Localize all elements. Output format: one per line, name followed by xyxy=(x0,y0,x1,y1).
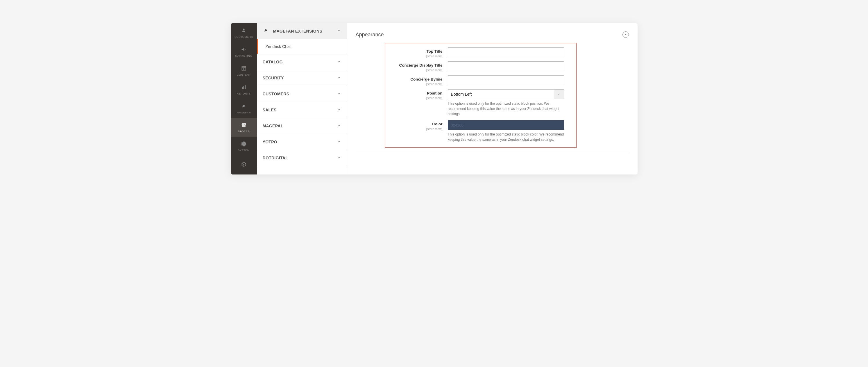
layout-icon xyxy=(241,65,247,72)
megaphone-icon xyxy=(241,46,247,53)
chevron-down-icon xyxy=(337,108,341,113)
panel-group-label: DOTDIGITAL xyxy=(263,156,337,160)
user-icon xyxy=(241,27,247,34)
section-header-appearance[interactable]: Appearance xyxy=(356,29,629,43)
panel-group-label: CUSTOMERS xyxy=(263,92,337,96)
svg-rect-4 xyxy=(242,87,243,89)
field-scope: [store view] xyxy=(390,82,442,86)
panel-item-label: Zendesk Chat xyxy=(266,44,291,49)
admin-frame: CUSTOMERS MARKETING CONTENT REPORTS MAGE… xyxy=(231,23,638,174)
chevron-down-icon xyxy=(337,76,341,81)
bird-icon xyxy=(263,28,269,35)
field-label: Concierge Byline xyxy=(410,77,442,81)
panel-group-label: MAGEPAL xyxy=(263,123,337,128)
bird-icon xyxy=(241,103,247,109)
main-content: Appearance Top Title [store view] Concie… xyxy=(347,23,638,174)
nav-label: MAGEFAN xyxy=(237,111,251,114)
nav-stores[interactable]: STORES xyxy=(231,118,257,137)
store-icon xyxy=(241,122,247,128)
position-select[interactable]: Bottom Left xyxy=(448,89,564,99)
nav-rail: CUSTOMERS MARKETING CONTENT REPORTS MAGE… xyxy=(231,23,257,174)
chevron-down-icon xyxy=(337,60,341,64)
panel-header-title: MAGEFAN EXTENSIONS xyxy=(273,29,333,33)
position-select-value: Bottom Left xyxy=(448,89,554,99)
field-row-concierge-title: Concierge Display Title [store view] xyxy=(390,61,571,72)
nav-customers[interactable]: CUSTOMERS xyxy=(231,23,257,42)
chevron-down-icon xyxy=(337,92,341,96)
field-scope: [store view] xyxy=(390,96,442,100)
dropdown-arrow-icon[interactable] xyxy=(554,89,564,99)
svg-marker-7 xyxy=(558,94,560,94)
panel-group-security[interactable]: SECURITY xyxy=(257,70,347,86)
color-input[interactable]: 324366 xyxy=(448,120,564,130)
nav-magefan[interactable]: MAGEFAN xyxy=(231,99,257,118)
field-row-top-title: Top Title [store view] xyxy=(390,48,571,58)
chevron-up-icon xyxy=(337,28,341,34)
chevron-down-icon xyxy=(337,156,341,161)
svg-rect-1 xyxy=(242,66,246,70)
concierge-byline-input[interactable] xyxy=(448,75,564,85)
panel-header-magefan-extensions[interactable]: MAGEFAN EXTENSIONS xyxy=(257,23,347,39)
panel-group-sales[interactable]: SALES xyxy=(257,102,347,118)
svg-rect-6 xyxy=(245,85,246,89)
field-label: Position xyxy=(427,91,442,95)
nav-system[interactable]: SYSTEM xyxy=(231,137,257,156)
field-scope: [store view] xyxy=(390,68,442,72)
panel-group-label: SALES xyxy=(263,108,337,112)
svg-rect-5 xyxy=(243,86,244,89)
nav-extensions[interactable] xyxy=(231,156,257,174)
top-title-input[interactable] xyxy=(448,48,564,57)
section-divider xyxy=(356,153,629,153)
collapse-toggle-icon[interactable] xyxy=(622,31,629,38)
field-row-color: Color [store view] 324366 This option is… xyxy=(390,120,571,142)
panel-group-label: SECURITY xyxy=(263,76,337,80)
bars-icon xyxy=(241,84,247,90)
field-label: Color xyxy=(432,122,442,126)
chevron-down-icon xyxy=(337,140,341,144)
concierge-title-input[interactable] xyxy=(448,61,564,71)
nav-content[interactable]: CONTENT xyxy=(231,61,257,80)
color-input-value: 324366 xyxy=(451,123,464,128)
fields-highlight-box: Top Title [store view] Concierge Display… xyxy=(385,43,577,148)
nav-label: SYSTEM xyxy=(238,149,250,152)
panel-group-customers[interactable]: CUSTOMERS xyxy=(257,86,347,102)
config-panel: MAGEFAN EXTENSIONS Zendesk Chat CATALOG … xyxy=(257,23,347,174)
field-scope: [store view] xyxy=(390,127,442,131)
field-row-position: Position [store view] Bottom Left This o… xyxy=(390,89,571,117)
nav-label: CONTENT xyxy=(237,73,250,76)
panel-group-label: YOTPO xyxy=(263,140,337,144)
field-scope: [store view] xyxy=(390,54,442,58)
nav-label: STORES xyxy=(238,130,250,133)
field-help-text: This option is used only for the optimiz… xyxy=(448,101,564,117)
panel-group-catalog[interactable]: CATALOG xyxy=(257,54,347,70)
svg-point-0 xyxy=(243,28,244,30)
section-title: Appearance xyxy=(356,32,622,38)
nav-marketing[interactable]: MARKETING xyxy=(231,42,257,61)
field-label: Top Title xyxy=(427,49,442,54)
nav-label: REPORTS xyxy=(237,92,251,95)
nav-label: CUSTOMERS xyxy=(235,35,253,38)
panel-group-dotdigital[interactable]: DOTDIGITAL xyxy=(257,150,347,166)
panel-item-zendesk-chat[interactable]: Zendesk Chat xyxy=(257,39,347,54)
field-help-text: This option is used only for the optimiz… xyxy=(448,132,564,142)
chevron-down-icon xyxy=(337,123,341,129)
nav-reports[interactable]: REPORTS xyxy=(231,80,257,99)
nav-label: MARKETING xyxy=(235,54,252,57)
gear-icon xyxy=(241,141,247,147)
panel-group-magepal[interactable]: MAGEPAL xyxy=(257,118,347,134)
field-label: Concierge Display Title xyxy=(399,63,442,67)
panel-group-yotpo[interactable]: YOTPO xyxy=(257,134,347,150)
cube-icon xyxy=(241,161,247,168)
field-row-concierge-byline: Concierge Byline [store view] xyxy=(390,75,571,86)
panel-group-label: CATALOG xyxy=(263,60,337,64)
